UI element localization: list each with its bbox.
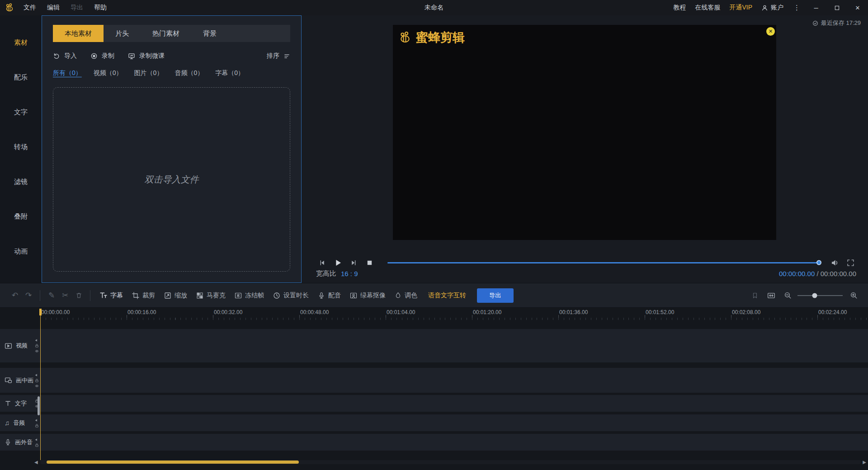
tab-local-material[interactable]: 本地素材 [53,25,104,42]
import-label: 导入 [64,52,77,60]
tool-zoom[interactable]: 缩放 [164,291,187,300]
saved-check-icon [812,20,818,26]
vip-button[interactable]: 开通VIP [729,4,752,12]
split-scissors-icon[interactable]: ✂ [58,289,72,302]
redo-icon[interactable]: ↷ [22,289,35,302]
minimize-button[interactable]: ─ [810,3,822,13]
tool-subtitle[interactable]: 字幕 [99,291,123,300]
tool-set-duration[interactable]: 设置时长 [273,291,309,300]
track-pip-lane[interactable] [40,368,868,393]
marker-flag-icon[interactable] [749,289,761,302]
watermark-close-button[interactable]: ✕ [766,27,775,36]
timeline-zoom-handle[interactable] [812,293,817,298]
account-button[interactable]: 账户 [761,4,783,12]
ruler-label: 00:01:36.00 [559,309,588,315]
tutorial-link[interactable]: 教程 [673,4,686,12]
sidebar-item-music[interactable]: 配乐 [0,60,42,95]
lock-icon[interactable] [35,378,39,382]
sidebar-item-text[interactable]: 文字 [0,95,42,130]
track-label: 视频 [16,342,28,350]
import-button[interactable]: 导入 [53,52,77,60]
seek-bar[interactable] [387,262,821,263]
mute-icon[interactable] [35,418,39,422]
aspect-ratio-value[interactable]: 16 : 9 [341,270,358,277]
filter-all[interactable]: 所有（0） [53,69,82,77]
track-audio-lane[interactable] [40,414,868,431]
close-button[interactable]: ✕ [852,3,863,13]
maximize-button[interactable] [831,3,843,13]
menu-help[interactable]: 帮助 [94,4,107,12]
sidebar-item-filter[interactable]: 滤镜 [0,164,42,199]
track-text-lane[interactable] [40,395,868,412]
timeline-zoom-slider[interactable] [797,295,843,296]
tab-intro[interactable]: 片头 [104,25,141,42]
menu-file[interactable]: 文件 [24,4,36,12]
play-button[interactable] [332,257,344,268]
sidebar-item-transition[interactable]: 转场 [0,130,42,164]
next-frame-button[interactable] [348,257,359,268]
tool-freeze-frame[interactable]: 冻结帧 [235,291,264,300]
sort-button[interactable]: 排序 [267,52,290,60]
tab-background[interactable]: 背景 [191,25,228,42]
mute-icon[interactable] [35,338,39,343]
zoom-out-icon[interactable] [781,289,794,302]
zoom-icon [164,292,171,299]
lock-icon[interactable] [35,443,39,447]
fullscreen-icon[interactable] [844,257,856,268]
filter-image[interactable]: 图片（0） [134,69,163,77]
filter-audio[interactable]: 音频（0） [175,69,203,77]
tool-mosaic[interactable]: 马赛克 [196,291,226,300]
lock-icon[interactable] [35,423,39,428]
track-video-lane[interactable] [40,329,868,362]
menu-edit[interactable]: 编辑 [47,4,60,12]
track-video-header: 视频 [0,329,40,362]
microphone-icon [318,292,325,299]
visibility-icon[interactable] [35,384,39,388]
playhead[interactable] [40,309,41,460]
seek-handle[interactable] [816,260,821,265]
filter-subtitle[interactable]: 字幕（0） [215,69,244,77]
menu-export[interactable]: 导出 [71,4,83,12]
edit-pencil-icon[interactable]: ✎ [45,289,58,302]
zoom-in-icon[interactable] [847,289,860,302]
sidebar-item-material[interactable]: 素材 [0,25,42,60]
autosave-status: 最近保存 17:29 [812,19,861,27]
sidebar-item-animation[interactable]: 动画 [0,234,42,269]
undo-icon[interactable]: ↶ [8,289,22,302]
timeline-horizontal-scrollbar[interactable] [40,460,861,464]
aspect-ratio-label: 宽高比 [316,269,336,278]
track-voiceover-lane[interactable] [40,434,868,451]
import-dropzone[interactable]: 双击导入文件 [53,87,290,272]
tool-crop[interactable]: 裁剪 [132,291,155,300]
tool-dubbing[interactable]: 配音 [318,291,341,300]
scroll-right-arrow[interactable]: ▶ [863,460,866,465]
mute-icon[interactable] [35,437,39,442]
previous-frame-button[interactable] [316,257,328,268]
tab-hot-material[interactable]: 热门素材 [141,25,191,42]
record-lesson-button[interactable]: 录制微课 [128,52,165,60]
timeline-scrollbar-thumb[interactable] [47,461,299,464]
tool-color-grading[interactable]: 调色 [395,291,417,300]
tracks-vertical-scrollbar[interactable] [38,396,40,415]
more-menu-icon[interactable]: ⋮ [793,4,801,12]
total-time: 00:00:00.00 [821,270,856,277]
scroll-left-arrow[interactable]: ◀ [34,460,38,465]
visibility-icon[interactable] [35,349,39,353]
pip-track-icon [5,376,12,384]
fit-timeline-icon[interactable] [765,289,778,302]
tool-label: 调色 [405,291,417,300]
import-icon [53,52,60,60]
export-button[interactable]: 导出 [477,288,514,303]
stop-button[interactable] [363,257,375,268]
tool-chroma-key[interactable]: 绿幕抠像 [350,291,386,300]
sidebar-item-overlay[interactable]: 叠附 [0,199,42,234]
mute-icon[interactable] [35,373,39,377]
support-link[interactable]: 在线客服 [695,4,720,12]
speech-text-convert-button[interactable]: 语音文字互转 [428,291,466,300]
delete-trash-icon[interactable] [72,289,85,302]
lock-icon[interactable] [35,344,39,348]
volume-icon[interactable] [829,257,840,268]
filter-video[interactable]: 视频（0） [94,69,123,77]
titlebar-left: 文件 编辑 导出 帮助 [5,3,107,13]
record-button[interactable]: 录制 [90,52,114,60]
